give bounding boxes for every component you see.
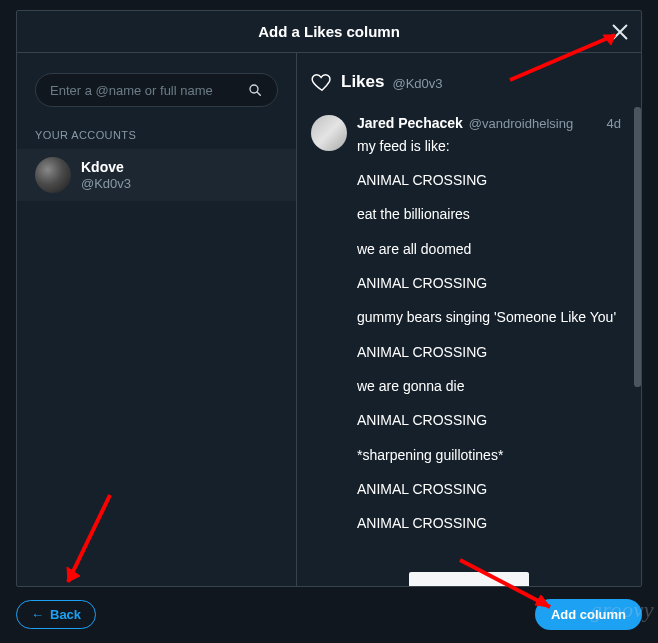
tweet-line: eat the billionaires — [357, 204, 627, 224]
tweet-author: Jared Pechacek — [357, 113, 463, 133]
tweet-line: ANIMAL CROSSING — [357, 513, 627, 533]
column-header: Likes @Kd0v3 — [297, 53, 641, 107]
add-column-button[interactable]: Add column — [535, 599, 642, 630]
back-button-label: Back — [50, 607, 81, 622]
back-button[interactable]: ← Back — [16, 600, 96, 629]
right-panel: Likes @Kd0v3 Jared Pechacek @vandroidhel… — [297, 53, 641, 586]
tweet-line: we are gonna die — [357, 376, 627, 396]
column-title: Likes — [341, 72, 384, 92]
avatar — [311, 115, 347, 151]
tweet-line: ANIMAL CROSSING — [357, 410, 627, 430]
avatar — [35, 157, 71, 193]
tweet-line: gummy bears singing 'Someone Like You' — [357, 307, 627, 327]
add-column-modal: Add a Likes column YOUR ACCOUNTS Kdove @… — [16, 10, 642, 587]
svg-line-1 — [257, 92, 260, 95]
tweet-body: my feed is like: ANIMAL CROSSING eat the… — [357, 136, 627, 534]
account-name: Kdove — [81, 159, 131, 176]
tweet-item[interactable]: Jared Pechacek @vandroidhelsing 4d my fe… — [297, 107, 641, 559]
footer-bar: ← Back Add column — [16, 593, 642, 635]
account-item[interactable]: Kdove @Kd0v3 — [17, 149, 296, 201]
arrow-left-icon: ← — [31, 607, 44, 622]
search-icon — [247, 82, 263, 98]
tweet-line: ANIMAL CROSSING — [357, 170, 627, 190]
scrollbar[interactable] — [634, 107, 641, 586]
selection-handle — [409, 572, 529, 586]
tweet-content: Jared Pechacek @vandroidhelsing 4d my fe… — [357, 113, 627, 547]
close-icon[interactable] — [609, 21, 631, 43]
tweet-line: *sharpening guillotines* — [357, 445, 627, 465]
tweet-line: ANIMAL CROSSING — [357, 342, 627, 362]
tweet-time: 4d — [607, 115, 627, 134]
tweet-line: ANIMAL CROSSING — [357, 479, 627, 499]
column-handle: @Kd0v3 — [392, 74, 442, 91]
modal-header: Add a Likes column — [17, 11, 641, 53]
search-input[interactable] — [50, 83, 247, 98]
accounts-section-label: YOUR ACCOUNTS — [17, 125, 296, 149]
left-panel: YOUR ACCOUNTS Kdove @Kd0v3 — [17, 53, 297, 586]
tweet-line: we are all doomed — [357, 239, 627, 259]
modal-body: YOUR ACCOUNTS Kdove @Kd0v3 Likes @Kd0v3 — [17, 53, 641, 586]
scrollbar-thumb[interactable] — [634, 107, 641, 387]
tweet-line: ANIMAL CROSSING — [357, 273, 627, 293]
tweet-line: my feed is like: — [357, 136, 627, 156]
modal-title: Add a Likes column — [258, 23, 400, 40]
search-box[interactable] — [35, 73, 278, 107]
tweet-handle: @vandroidhelsing — [469, 115, 573, 134]
account-text: Kdove @Kd0v3 — [81, 159, 131, 191]
tweet-list[interactable]: Jared Pechacek @vandroidhelsing 4d my fe… — [297, 107, 641, 586]
heart-icon — [311, 71, 333, 93]
tweet-header: Jared Pechacek @vandroidhelsing 4d — [357, 113, 627, 134]
account-handle: @Kd0v3 — [81, 176, 131, 192]
